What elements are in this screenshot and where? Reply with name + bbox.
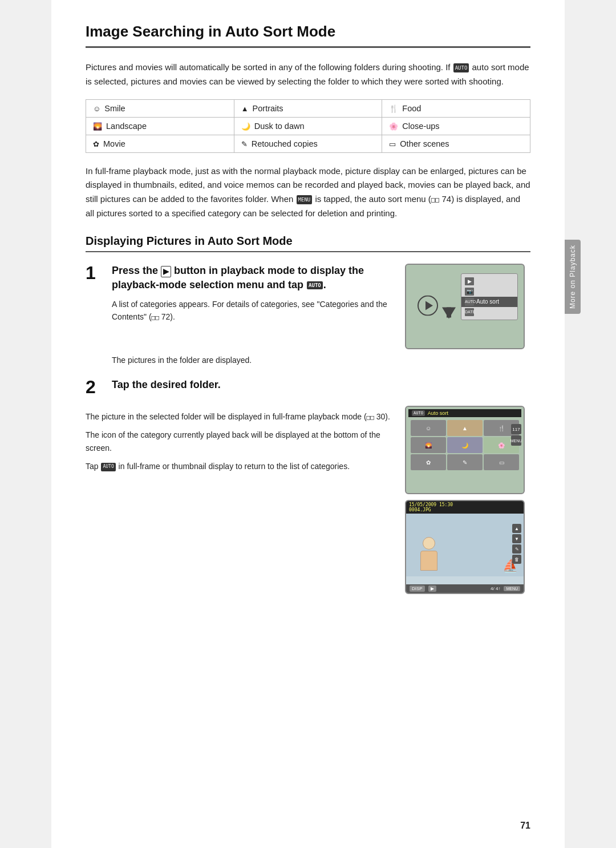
auto-menu-icon: AUTO bbox=[465, 298, 474, 306]
menu-icon: MENU bbox=[297, 195, 313, 205]
grid-cell-smile: ☺ bbox=[411, 420, 446, 436]
menu-row-date: DATE bbox=[461, 307, 517, 317]
cs2-btn-2: MENU bbox=[511, 435, 521, 446]
step-2-images: AUTO Auto sort ☺ ▲ 🍴 🌄 🌙 🌸 ✿ ✎ bbox=[405, 406, 530, 594]
cs2-grid: ☺ ▲ 🍴 🌄 🌙 🌸 ✿ ✎ ▭ bbox=[411, 420, 519, 470]
date-icon: DATE bbox=[465, 308, 474, 316]
cs2-btn-1: 117 bbox=[511, 424, 521, 434]
auto-sort-icon: AUTO bbox=[453, 63, 469, 73]
food-icon: 🍴 bbox=[389, 104, 398, 113]
person-head bbox=[423, 537, 435, 550]
step-1: 1 Press the ▶ button in playback mode to… bbox=[86, 264, 530, 366]
step-2-heading: Tap the desired folder. bbox=[112, 378, 530, 392]
auto-sort-text: Auto sort bbox=[428, 410, 448, 416]
menu-row-img: 📷 bbox=[461, 286, 517, 297]
cs2-header: AUTO Auto sort bbox=[408, 409, 521, 417]
cs3-top-bar: 15/05/2009 15:30 0004.JPG bbox=[406, 501, 524, 514]
page: More on Playback Image Searching in Auto… bbox=[51, 0, 565, 848]
step-1-row: Press the ▶ button in playback mode to d… bbox=[112, 264, 530, 349]
table-cell: 🍴 Food bbox=[382, 99, 530, 117]
table-row: ✿ Movie ✎ Retouched copies ▭ Other scene… bbox=[86, 135, 530, 152]
page-number: 71 bbox=[520, 821, 530, 831]
step-1-after-text: The pictures in the folder are displayed… bbox=[112, 354, 530, 366]
step-1-subtext: A list of categories appears. For detail… bbox=[112, 298, 394, 324]
grid-cell-retouch: ✎ bbox=[447, 454, 483, 470]
camera-screen-1: ▶ 📷 AUTO Auto sort DATE bbox=[405, 264, 525, 349]
step-1-number: 1 bbox=[86, 264, 103, 282]
table-cell: ✎ Retouched copies bbox=[234, 135, 382, 152]
table-cell: 🌙 Dusk to dawn bbox=[234, 117, 382, 135]
grid-cell-portrait: ▲ bbox=[447, 420, 483, 436]
svg-rect-1 bbox=[447, 307, 451, 317]
person-figure bbox=[420, 537, 437, 571]
landscape-icon: 🌄 bbox=[93, 122, 102, 131]
menu-row-auto: AUTO Auto sort bbox=[461, 297, 517, 307]
step-2-texts: The picture in the selected folder will … bbox=[86, 406, 394, 594]
cs3-down-btn: ▼ bbox=[512, 534, 521, 543]
cs3-image-area: ⛵ ▲ ▼ ✎ 🗑 bbox=[406, 514, 524, 576]
page-title: Image Searching in Auto Sort Mode bbox=[86, 23, 530, 41]
img-icon: 📷 bbox=[465, 288, 474, 296]
play-button-icon: ▶ bbox=[161, 266, 171, 277]
play-btn: ▶ bbox=[428, 585, 436, 592]
step-2-text-1: The picture in the selected folder will … bbox=[86, 410, 394, 423]
table-cell: 🌄 Landscape bbox=[86, 117, 234, 135]
sort-table: ☺ Smile ▲ Portraits 🍴 Food 🌄 Landscape 🌙… bbox=[86, 99, 530, 153]
playback-file: 0004.JPG bbox=[409, 507, 431, 512]
playback-date: 15/05/2009 15:30 bbox=[409, 502, 453, 507]
page-header: Image Searching in Auto Sort Mode bbox=[86, 23, 530, 48]
grid-cell-dusk: 🌙 bbox=[447, 437, 483, 453]
step-1-content: Press the ▶ button in playback mode to d… bbox=[112, 264, 530, 366]
table-cell: ✿ Movie bbox=[86, 135, 234, 152]
grid-area: ☺ ▲ 🍴 🌄 🌙 🌸 ✿ ✎ ▭ 117 MEN bbox=[408, 419, 521, 471]
cs3-bottom-bar: DISP ▶ 4/ 4↑ MENU bbox=[406, 584, 524, 593]
cs3-up-btn: ▲ bbox=[512, 524, 521, 533]
step-1-heading: Press the ▶ button in playback mode to d… bbox=[112, 264, 394, 292]
cs3-right-icons: ▲ ▼ ✎ 🗑 bbox=[512, 524, 521, 564]
section2-title: Displaying Pictures in Auto Sort Mode bbox=[86, 235, 530, 252]
table-row: 🌄 Landscape 🌙 Dusk to dawn 🌸 Close-ups bbox=[86, 117, 530, 135]
menu-btn: MENU bbox=[504, 586, 520, 591]
grid-cell-land: 🌄 bbox=[411, 437, 446, 453]
play-icon: ▶ bbox=[465, 277, 474, 285]
ref2: □□ bbox=[367, 414, 374, 421]
step-1-text-col: Press the ▶ button in playback mode to d… bbox=[112, 264, 394, 328]
cs2-right-icons: 117 MENU bbox=[511, 424, 521, 446]
smile-icon: ☺ bbox=[93, 104, 100, 113]
ref-box: □□ bbox=[431, 196, 439, 204]
step-2-number: 2 bbox=[86, 378, 103, 396]
dusk-icon: 🌙 bbox=[241, 122, 250, 131]
grid-cell-movie: ✿ bbox=[411, 454, 446, 470]
camera-screen-3: 15/05/2009 15:30 0004.JPG ⛵ ▲ ▼ ✎ bbox=[405, 500, 525, 594]
step-1-image: ▶ 📷 AUTO Auto sort DATE bbox=[405, 264, 530, 349]
retouched-icon: ✎ bbox=[241, 140, 248, 148]
table-cell: ☺ Smile bbox=[86, 99, 234, 117]
portraits-icon: ▲ bbox=[241, 104, 249, 113]
camera-screen-2: AUTO Auto sort ☺ ▲ 🍴 🌄 🌙 🌸 ✿ ✎ bbox=[405, 406, 525, 494]
step-2-section: The picture in the selected folder will … bbox=[86, 406, 530, 594]
table-cell: ▲ Portraits bbox=[234, 99, 382, 117]
movie-icon: ✿ bbox=[93, 140, 99, 148]
intro-text: Pictures and movies will automatically b… bbox=[86, 60, 530, 89]
menu-row-play: ▶ bbox=[461, 276, 517, 286]
table-cell: 🌸 Close-ups bbox=[382, 117, 530, 135]
step-2-text-3: Tap AUTO in full-frame or thumbnail disp… bbox=[86, 460, 394, 473]
disp-btn: DISP bbox=[410, 585, 425, 592]
frame-count: 4/ 4↑ bbox=[491, 586, 500, 591]
step-2: 2 Tap the desired folder. bbox=[86, 378, 530, 398]
play-circle bbox=[418, 295, 438, 317]
auto-badge: AUTO bbox=[412, 410, 425, 416]
svg-marker-3 bbox=[425, 301, 433, 310]
auto-sort-label: Auto sort bbox=[476, 298, 499, 305]
step-2-text-2: The icon of the category currently playe… bbox=[86, 429, 394, 454]
grid-cell-other: ▭ bbox=[484, 454, 519, 470]
cs3-edit-btn: ✎ bbox=[512, 544, 521, 554]
person-body bbox=[420, 551, 437, 571]
down-arrow bbox=[437, 291, 460, 321]
grid-left: ☺ ▲ 🍴 🌄 🌙 🌸 ✿ ✎ ▭ bbox=[411, 420, 519, 470]
table-cell: ▭ Other scenes bbox=[382, 135, 530, 152]
ref1: □□ bbox=[152, 314, 159, 321]
table-row: ☺ Smile ▲ Portraits 🍴 Food bbox=[86, 99, 530, 117]
camera-menu-1: ▶ 📷 AUTO Auto sort DATE bbox=[461, 273, 518, 320]
side-tab: More on Playback bbox=[565, 240, 581, 314]
